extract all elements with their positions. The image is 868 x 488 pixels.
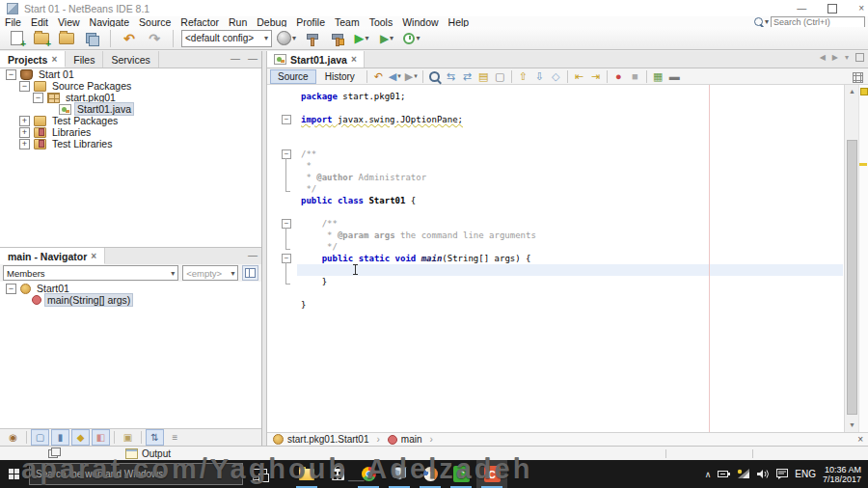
tab-start01-java[interactable]: Start01.java × — [267, 51, 365, 68]
code-line-10[interactable] — [301, 206, 839, 218]
scroll-down-icon[interactable]: ▼ — [845, 419, 859, 432]
code-line-17[interactable] — [301, 287, 839, 299]
fold-collapse-icon[interactable]: − — [282, 254, 291, 263]
minimize-window-icon[interactable]: — — [248, 53, 258, 64]
menu-tools[interactable]: Tools — [365, 16, 398, 28]
menu-debug[interactable]: Debug — [252, 16, 291, 28]
battery-icon[interactable] — [718, 469, 730, 479]
show-static-members-filter-icon[interactable]: ▮ — [51, 429, 69, 446]
previous-occurrence-button[interactable]: ⇧ — [516, 69, 530, 83]
close-icon[interactable]: × — [351, 54, 357, 65]
sort-by-source-button-icon[interactable]: ≡ — [166, 429, 184, 446]
scroll-tabs-left-icon[interactable]: ◀ — [820, 53, 826, 62]
breadcrumb-method[interactable]: main › — [388, 434, 437, 445]
expander-minus-icon[interactable]: − — [6, 284, 16, 294]
notifications-icon[interactable] — [776, 469, 788, 479]
toggle-bookmark-button[interactable]: ◇ — [549, 69, 563, 83]
expander-minus-icon[interactable]: − — [6, 69, 16, 80]
open-project-button[interactable] — [56, 29, 77, 48]
code-line-12[interactable]: * @param args the command line arguments — [301, 230, 839, 241]
error-stripe[interactable] — [858, 85, 868, 432]
shift-right-button[interactable]: ⇥ — [588, 69, 603, 83]
network-icon[interactable] — [737, 469, 750, 479]
expander-minus-icon[interactable]: − — [33, 93, 43, 103]
menu-help[interactable]: Help — [444, 16, 475, 28]
expander-plus-icon[interactable]: + — [19, 116, 30, 126]
last-edit-button[interactable]: ↶ — [371, 69, 386, 83]
tree-item-test-libraries[interactable]: +Test Libraries — [0, 138, 261, 149]
find-next-button[interactable]: ⇄ — [460, 69, 475, 83]
ide-search-input[interactable] — [771, 16, 865, 28]
tab-navigator[interactable]: main - Navigator× — [0, 248, 105, 264]
show-fields-filter-icon[interactable]: ▢ — [31, 429, 49, 446]
back-button[interactable]: ◀▾ — [388, 69, 402, 83]
fold-collapse-icon[interactable]: − — [282, 149, 291, 159]
tree-item-start01[interactable]: −Start01 — [0, 283, 261, 294]
scroll-tabs-right-icon[interactable]: ▶ — [832, 53, 838, 62]
search-icon[interactable] — [754, 17, 763, 26]
inherited-filter-combobox[interactable]: <empty>▾ — [182, 265, 238, 281]
code-line-14[interactable]: public static void main(String[] args) { — [301, 253, 839, 264]
tab-files[interactable]: Files — [66, 51, 103, 68]
history-view-button[interactable]: History — [317, 69, 363, 84]
breadcrumb-class[interactable]: start.pkg01.Start01 › — [273, 434, 384, 445]
shift-left-button[interactable]: ⇤ — [572, 69, 586, 83]
stop-macro-button[interactable]: ■ — [628, 69, 642, 83]
new-project-button[interactable]: + — [31, 29, 52, 48]
menu-file[interactable]: File — [0, 16, 26, 28]
menu-source[interactable]: Source — [134, 16, 176, 28]
save-all-button[interactable] — [81, 29, 102, 48]
close-breadcrumb-icon[interactable]: × — [857, 434, 863, 445]
show-columns-button[interactable] — [242, 265, 258, 281]
code-line-7[interactable]: * @author Administrator — [301, 172, 839, 183]
menu-team[interactable]: Team — [330, 16, 365, 28]
profile-project-button[interactable]: ▾ — [401, 29, 422, 48]
menu-view[interactable]: View — [53, 16, 85, 28]
set-configuration-button[interactable]: ▾ — [276, 29, 297, 48]
search-dropdown-icon[interactable]: ▾ — [765, 17, 769, 26]
members-filter-combobox[interactable]: Members▾ — [3, 265, 178, 281]
comment-button[interactable]: ▦ — [651, 69, 665, 83]
show-inner-classes-filter-icon[interactable]: ◧ — [92, 429, 110, 446]
tree-item-start-01[interactable]: −Start 01 — [0, 68, 261, 80]
expander-plus-icon[interactable]: + — [19, 139, 30, 149]
clock[interactable]: 10:36 AM 7/18/2017 — [823, 465, 861, 484]
minimize-window-group-icon[interactable]: — — [231, 53, 240, 64]
source-view-button[interactable]: Source — [270, 69, 316, 84]
tree-item-test-packages[interactable]: +Test Packages — [0, 115, 261, 126]
minimize-window-icon[interactable]: — — [248, 250, 258, 260]
menu-profile[interactable]: Profile — [291, 16, 330, 28]
expander-plus-icon[interactable]: + — [19, 127, 30, 138]
show-anonymous-inner-classes-filter-icon[interactable]: ▣ — [119, 429, 137, 446]
code-line-15[interactable] — [301, 264, 839, 276]
scroll-up-icon[interactable]: ▲ — [845, 85, 859, 98]
speaker-icon[interactable] — [757, 469, 770, 479]
tree-item-start-pkg01[interactable]: −start.pkg01 — [0, 92, 261, 103]
close-button[interactable]: × — [858, 3, 864, 14]
forward-button[interactable]: ▶▾ — [404, 69, 419, 83]
menu-edit[interactable]: Edit — [26, 16, 53, 28]
fold-collapse-icon[interactable]: − — [282, 219, 291, 229]
expander-minus-icon[interactable]: − — [19, 81, 30, 92]
language-indicator[interactable]: ENG — [795, 469, 816, 479]
code-line-5[interactable]: /** — [301, 149, 839, 160]
scrollbar-thumb[interactable] — [847, 140, 857, 415]
code-area[interactable]: −−−− package start.pkg01;import javax.sw… — [267, 85, 868, 432]
code-line-0[interactable]: package start.pkg01; — [301, 91, 839, 102]
show-non-public-members-filter-icon[interactable]: ◆ — [71, 429, 90, 446]
redo-button[interactable]: ↷ — [144, 29, 165, 48]
close-icon[interactable]: × — [51, 54, 57, 65]
tab-projects[interactable]: Projects× — [0, 51, 66, 68]
code-line-3[interactable] — [301, 125, 839, 137]
build-project-button[interactable] — [301, 29, 322, 48]
editor-vertical-scrollbar[interactable]: ▲ ▼ — [844, 85, 859, 432]
split-editor-icon[interactable] — [853, 72, 863, 83]
tab-services[interactable]: Services — [103, 51, 158, 68]
config-combobox[interactable]: <default config>▾ — [181, 30, 272, 47]
sort-by-name-button-icon[interactable]: ⇅ — [146, 429, 164, 446]
menu-window[interactable]: Window — [397, 16, 443, 28]
tree-item-source-packages[interactable]: −Source Packages — [0, 80, 261, 92]
tree-item-main-string-args[interactable]: main(String[] args) — [0, 294, 261, 306]
code-line-9[interactable]: public class Start01 { — [301, 195, 839, 206]
debug-project-button[interactable]: ▶▾ — [376, 29, 397, 48]
